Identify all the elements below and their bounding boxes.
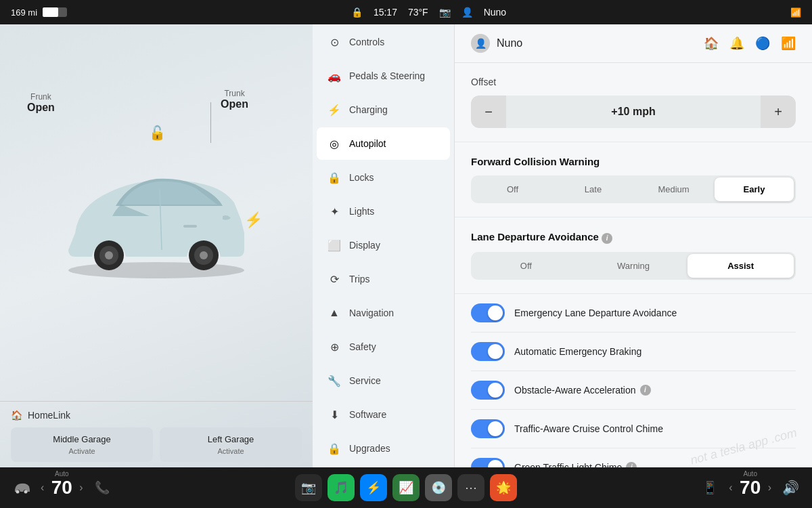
speed-left-increase[interactable]: ›	[79, 482, 83, 494]
sidebar-item-software[interactable]: ⬇ Software	[317, 398, 450, 431]
status-bar-center: 🔒 15:17 73°F 📷 👤 Nuno	[351, 7, 506, 18]
toggle-obstacle-accel: Obstacle-Aware Acceleration i	[471, 371, 796, 410]
charging-icon: ⚡	[328, 103, 341, 117]
green-light-info-icon[interactable]: i	[626, 462, 637, 468]
obstacle-accel-toggle[interactable]	[471, 381, 505, 400]
frunk-value: Open	[27, 102, 55, 114]
volume-icon-wrapper[interactable]: 🔊	[775, 473, 805, 503]
autopilot-label: Autopilot	[349, 138, 386, 149]
user-header: 👤 Nuno 🏠 🔔 🔵 📶	[455, 24, 812, 63]
green-light-toggle[interactable]	[471, 458, 505, 468]
sidebar-item-display[interactable]: ⬜ Display	[317, 229, 450, 261]
phone-icon-left[interactable]: 📞	[87, 473, 117, 503]
speed-right-decrease[interactable]: ‹	[729, 482, 732, 494]
chart-icon-glyph: 📈	[399, 480, 413, 495]
offset-increment-button[interactable]: +	[761, 96, 796, 128]
left-garage-button[interactable]: Left Garage Activate	[160, 427, 302, 462]
lda-segmented-control: Off Warning Assist	[471, 252, 796, 280]
sidebar-item-service[interactable]: 🔧 Service	[317, 364, 450, 397]
middle-garage-name: Middle Garage	[53, 434, 110, 444]
status-bar-right: 📶	[790, 7, 801, 18]
cruise-chime-toggle[interactable]	[471, 419, 505, 438]
bluetooth-app-icon[interactable]: ⚡	[360, 474, 387, 501]
bluetooth-icon[interactable]: 🔵	[755, 36, 770, 51]
home-icon[interactable]: 🏠	[704, 36, 719, 51]
username-display: Nuno	[484, 7, 506, 18]
speed-right-increase[interactable]: ›	[768, 482, 771, 494]
speed-left-wrapper: Auto 70	[48, 477, 75, 499]
green-light-label: Green Traffic Light Chime i	[514, 462, 796, 468]
obstacle-info-icon[interactable]: i	[640, 385, 651, 396]
lda-warning-button[interactable]: Warning	[581, 254, 687, 278]
offset-label: Offset	[471, 77, 796, 87]
dots-app-icon[interactable]: ⋯	[457, 474, 484, 501]
trips-icon: ⟳	[328, 272, 341, 286]
car-icon-left[interactable]	[7, 473, 37, 503]
charging-label: Charging	[349, 104, 388, 115]
middle-garage-button[interactable]: Middle Garage Activate	[11, 427, 153, 462]
auto-braking-toggle[interactable]	[471, 342, 505, 361]
wifi-icon: 📶	[790, 7, 801, 18]
bell-icon[interactable]: 🔔	[729, 36, 744, 51]
emergency-lane-label: Emergency Lane Departure Avoidance	[514, 308, 796, 318]
trips-label: Trips	[349, 274, 370, 284]
sidebar-item-trips[interactable]: ⟳ Trips	[317, 263, 450, 295]
camera-app-icon[interactable]: 📷	[295, 474, 322, 501]
taskbar-right: 📱 ‹ Auto 70 › 🔊	[695, 473, 805, 503]
trunk-value: Open	[221, 98, 248, 110]
spotify-app-icon[interactable]: 🎵	[328, 474, 355, 501]
sidebar-item-locks[interactable]: 🔒 Locks	[317, 161, 450, 194]
lda-info-icon[interactable]: i	[602, 233, 612, 244]
toggle-auto-braking: Automatic Emergency Braking	[471, 333, 796, 371]
svg-point-11	[24, 490, 28, 494]
sidebar-item-pedals[interactable]: 🚗 Pedals & Steering	[317, 60, 450, 92]
upgrades-icon: 🔒	[328, 442, 341, 455]
locks-label: Locks	[349, 172, 374, 183]
speed-left-decrease[interactable]: ‹	[41, 482, 44, 494]
fcw-off-button[interactable]: Off	[473, 177, 552, 201]
fcw-late-button[interactable]: Late	[554, 177, 633, 201]
left-garage-action: Activate	[217, 447, 244, 455]
sidebar-item-upgrades[interactable]: 🔒 Upgrades	[317, 432, 450, 465]
disk-app-icon[interactable]: 💿	[425, 474, 452, 501]
service-icon: 🔧	[328, 374, 341, 387]
phone-left-icon: 📞	[95, 480, 110, 495]
taskbar-center: 📷 🎵 ⚡ 📈 💿 ⋯ 🌟	[295, 474, 517, 501]
lda-assist-button[interactable]: Assist	[687, 254, 794, 278]
svg-point-4	[105, 251, 113, 259]
svg-rect-8	[183, 225, 197, 228]
phone-icon-right[interactable]: 📱	[695, 473, 725, 503]
battery-indicator	[43, 7, 67, 17]
fcw-medium-button[interactable]: Medium	[634, 177, 713, 201]
sidebar-item-lights[interactable]: ✦ Lights	[317, 195, 450, 228]
offset-decrement-button[interactable]: −	[471, 96, 506, 128]
service-label: Service	[349, 375, 381, 386]
star-app-icon[interactable]: 🌟	[490, 474, 517, 501]
sidebar-item-charging[interactable]: ⚡ Charging	[317, 93, 450, 126]
speed-right-wrapper: Auto 70	[737, 477, 764, 499]
trunk-label: Trunk Open	[221, 89, 248, 110]
user-icons: 🏠 🔔 🔵 📶	[704, 36, 796, 51]
offset-value: +10 mph	[506, 98, 761, 126]
trunk-line	[210, 102, 211, 143]
svg-point-7	[200, 251, 208, 259]
frunk-title: Frunk	[27, 92, 55, 102]
svg-point-0	[68, 262, 244, 278]
user-info: 👤 Nuno	[471, 34, 522, 53]
time-display: 15:17	[374, 7, 397, 18]
autopilot-icon: ◎	[328, 137, 341, 150]
offset-section: Offset − +10 mph +	[455, 63, 812, 142]
fcw-segmented-control: Off Late Medium Early	[471, 175, 796, 203]
sidebar-item-navigation[interactable]: ▲ Navigation	[317, 297, 450, 329]
camera-icon-glyph: 📷	[301, 480, 316, 495]
lda-off-button[interactable]: Off	[473, 254, 579, 278]
sidebar-item-safety[interactable]: ⊕ Safety	[317, 331, 450, 363]
speed-left-auto-label: Auto	[48, 470, 75, 478]
fcw-early-button[interactable]: Early	[715, 177, 794, 201]
controls-label: Controls	[349, 37, 384, 47]
emergency-lane-toggle[interactable]	[471, 303, 505, 322]
sidebar-item-controls[interactable]: ⊙ Controls	[317, 26, 450, 58]
toggle-emergency-lane: Emergency Lane Departure Avoidance	[471, 294, 796, 333]
sidebar-item-autopilot[interactable]: ◎ Autopilot	[317, 127, 450, 160]
chart-app-icon[interactable]: 📈	[392, 474, 420, 501]
